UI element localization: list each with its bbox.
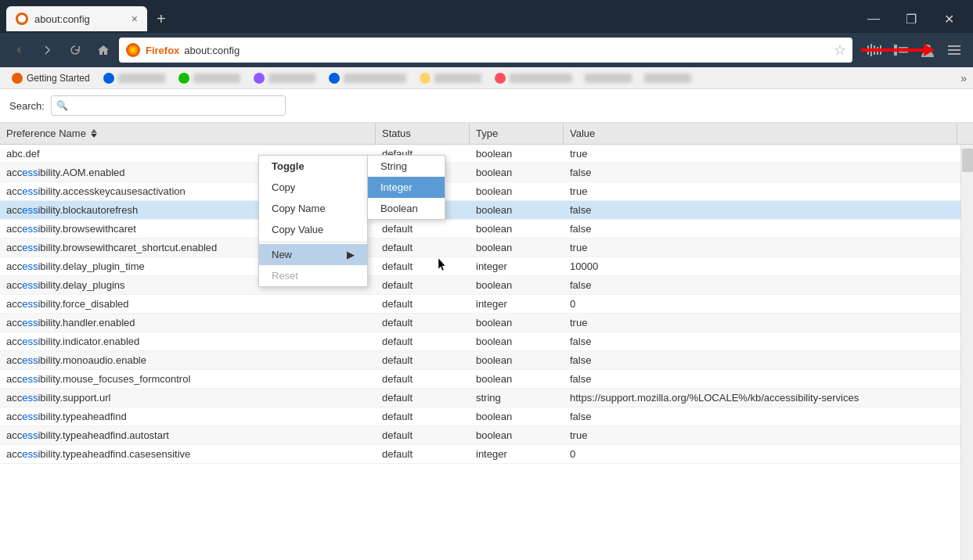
reload-button[interactable] (63, 38, 88, 63)
new-tab-button[interactable]: + (150, 7, 172, 31)
table-row[interactable]: accessibility.accesskeycausesactivationd… (0, 182, 973, 201)
preference-value: true (564, 242, 973, 253)
svg-point-17 (103, 73, 114, 84)
ctx-copy-value[interactable]: Copy Value (259, 219, 367, 240)
bookmark-getting-started[interactable]: Getting Started (6, 70, 95, 86)
ctx-divider (259, 242, 367, 242)
preference-status: default (376, 317, 470, 328)
preference-type: boolean (470, 317, 564, 328)
preference-type: integer (470, 448, 564, 460)
column-header-status[interactable]: Status (376, 123, 470, 144)
table-row[interactable]: accessibility.force_disableddefaultinteg… (0, 295, 973, 314)
address-bar[interactable]: Firefox about:config ☆ (119, 38, 852, 63)
address-input[interactable]: about:config (184, 45, 826, 56)
preferences-table: Preference Name Status Type Value abc.de… (0, 123, 973, 560)
preference-value: false (564, 167, 973, 178)
table-row[interactable]: accessibility.delay_pluginsdefaultboolea… (0, 276, 973, 295)
tab-bar: about:config × + — ❐ ✕ (0, 0, 973, 33)
preference-name: accessibility.typeaheadfind.autostart (0, 429, 376, 441)
preference-status: default (376, 411, 470, 422)
bookmark-star-icon[interactable]: ☆ (834, 41, 846, 59)
bookmark-blurred-3[interactable] (248, 70, 320, 86)
preference-status: default (376, 298, 470, 310)
table-row[interactable]: accessibility.typeaheadfind.autostartdef… (0, 426, 973, 445)
ctx-toggle[interactable]: Toggle (259, 156, 367, 177)
ctx-reset: Reset (259, 265, 367, 286)
tab-favicon (16, 13, 28, 25)
navigation-bar: Firefox about:config ☆ (0, 33, 973, 67)
preference-value: true (564, 317, 973, 328)
preference-value: true (564, 148, 973, 160)
submenu-integer[interactable]: Integer (368, 177, 445, 198)
preference-type: string (470, 392, 564, 404)
mouse-cursor (438, 258, 448, 272)
bookmark-blurred-6[interactable] (489, 70, 577, 86)
more-bookmarks-button[interactable]: » (960, 72, 967, 84)
ctx-new[interactable]: New ▶ (259, 244, 367, 265)
preference-status: default (376, 429, 470, 441)
scrollbar-thumb[interactable] (962, 149, 973, 172)
table-row[interactable]: accessibility.browsewithcaret_shortcut.e… (0, 239, 973, 257)
table-row[interactable]: accessibility.support.urldefaultstringht… (0, 389, 973, 407)
bookmark-blurred-7[interactable] (580, 72, 636, 84)
table-row[interactable]: accessibility.typeaheadfinddefaultboolea… (0, 407, 973, 426)
submenu-boolean[interactable]: Boolean (368, 198, 445, 219)
tab-close-button[interactable]: × (132, 13, 138, 25)
preference-name: accessibility.mouse_focuses_formcontrol (0, 373, 376, 385)
table-row[interactable]: accessibility.delay_plugin_timedefaultin… (0, 257, 973, 276)
column-header-type[interactable]: Type (470, 123, 564, 144)
svg-point-16 (12, 73, 23, 84)
firefox-logo-icon (125, 42, 141, 58)
preference-type: boolean (470, 429, 564, 441)
preference-type: boolean (470, 204, 564, 216)
table-body: abc.defdefaultbooleantrueaccessibility.A… (0, 145, 973, 560)
svg-point-20 (329, 73, 340, 84)
table-row[interactable]: accessibility.blockautorefreshdefaultboo… (0, 201, 973, 220)
table-row[interactable]: abc.defdefaultbooleantrue (0, 145, 973, 163)
content-area: Search: 🔍 Preference Name Status Type Va… (0, 89, 973, 560)
bookmark-blurred-1[interactable] (98, 70, 170, 86)
table-row[interactable]: accessibility.monoaudio.enabledefaultboo… (0, 351, 973, 370)
bookmark-blurred-2[interactable] (173, 70, 245, 86)
active-tab[interactable]: about:config × (6, 6, 147, 31)
ctx-copy-name[interactable]: Copy Name (259, 198, 367, 219)
preference-value: 0 (564, 298, 973, 310)
ctx-copy[interactable]: Copy (259, 177, 367, 198)
maximize-button[interactable]: ❐ (893, 6, 929, 31)
table-row[interactable]: accessibility.mouse_focuses_formcontrold… (0, 370, 973, 389)
bookmark-favicon-6 (419, 72, 431, 84)
minimize-button[interactable]: — (856, 6, 892, 31)
scrollbar[interactable] (960, 145, 973, 560)
context-menu[interactable]: Toggle Copy Copy Name Copy Value New ▶ R… (258, 155, 368, 287)
bookmark-blurred-8[interactable] (640, 72, 696, 84)
bookmark-label: Getting Started (27, 73, 90, 84)
sort-icon (89, 129, 99, 138)
search-input[interactable]: 🔍 (51, 95, 286, 116)
preference-status: default (376, 336, 470, 347)
back-button[interactable] (6, 38, 31, 63)
bookmark-favicon-4 (253, 72, 265, 84)
preference-value: true (564, 185, 973, 197)
table-row[interactable]: accessibility.handler.enableddefaultbool… (0, 314, 973, 332)
table-row[interactable]: accessibility.typeaheadfind.casesensitiv… (0, 445, 973, 464)
column-header-value[interactable]: Value (564, 123, 957, 144)
submenu-string[interactable]: String (368, 156, 445, 177)
forward-button[interactable] (34, 38, 59, 63)
preference-value: 0 (564, 448, 973, 460)
menu-button[interactable] (942, 38, 967, 63)
home-button[interactable] (91, 38, 116, 63)
table-row[interactable]: accessibility.AOM.enableddefaultbooleanf… (0, 163, 973, 182)
preference-status: default (376, 279, 470, 291)
column-header-name[interactable]: Preference Name (0, 123, 376, 144)
submenu[interactable]: String Integer Boolean (367, 155, 445, 220)
browser-chrome: about:config × + — ❐ ✕ (0, 0, 973, 67)
search-label: Search: (9, 100, 45, 112)
preference-value: false (564, 279, 973, 291)
close-button[interactable]: ✕ (931, 6, 967, 31)
preference-type: boolean (470, 167, 564, 178)
table-row[interactable]: accessibility.indicator.enableddefaultbo… (0, 332, 973, 351)
preference-status: default (376, 223, 470, 235)
bookmark-blurred-4[interactable] (323, 70, 411, 86)
table-row[interactable]: accessibility.browsewithcaretdefaultbool… (0, 220, 973, 239)
bookmark-blurred-5[interactable] (414, 70, 486, 86)
